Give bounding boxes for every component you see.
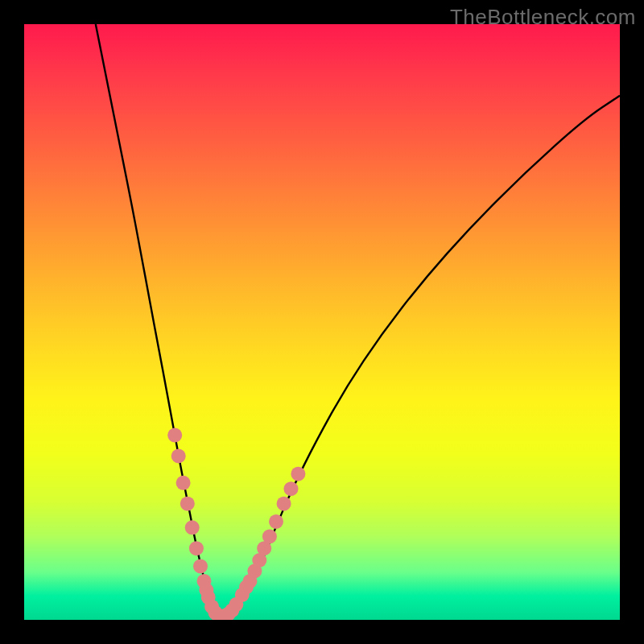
- marker-dot: [262, 529, 277, 543]
- marker-group: [167, 428, 305, 620]
- curve-line: [96, 24, 620, 617]
- marker-dot: [291, 467, 305, 481]
- marker-dot: [269, 514, 283, 529]
- marker-dot: [167, 428, 182, 443]
- marker-dot: [185, 520, 200, 535]
- marker-dot: [176, 476, 191, 490]
- marker-dot: [180, 497, 195, 511]
- chart-frame: TheBottleneck.com: [0, 0, 644, 644]
- marker-dot: [193, 559, 208, 573]
- marker-dot: [277, 497, 291, 511]
- marker-dot: [171, 449, 186, 464]
- marker-dot: [189, 541, 204, 555]
- marker-dot: [284, 481, 299, 496]
- chart-svg: [24, 24, 620, 620]
- plot-area: [24, 24, 620, 620]
